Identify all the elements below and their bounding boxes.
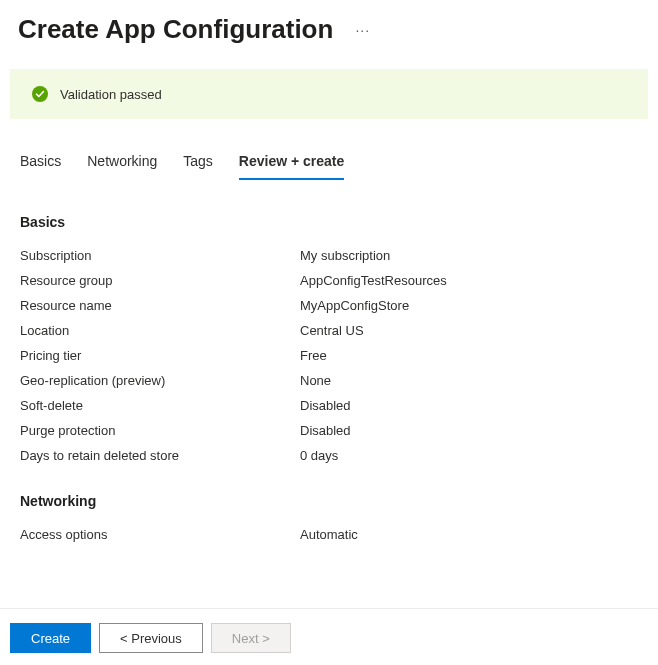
tab-networking[interactable]: Networking	[87, 147, 157, 180]
row-purge-protection: Purge protection Disabled	[20, 423, 638, 438]
value-soft-delete: Disabled	[300, 398, 351, 413]
label-days-retain: Days to retain deleted store	[20, 448, 300, 463]
value-resource-group: AppConfigTestResources	[300, 273, 447, 288]
previous-button[interactable]: < Previous	[99, 623, 203, 653]
label-soft-delete: Soft-delete	[20, 398, 300, 413]
label-geo-replication: Geo-replication (preview)	[20, 373, 300, 388]
value-subscription: My subscription	[300, 248, 390, 263]
row-soft-delete: Soft-delete Disabled	[20, 398, 638, 413]
more-icon[interactable]: ···	[355, 22, 370, 38]
footer-divider	[0, 608, 658, 609]
section-networking-title: Networking	[20, 493, 638, 509]
value-access-options: Automatic	[300, 527, 358, 542]
section-basics-title: Basics	[20, 214, 638, 230]
value-geo-replication: None	[300, 373, 331, 388]
next-button: Next >	[211, 623, 291, 653]
section-basics: Basics Subscription My subscription Reso…	[0, 214, 658, 463]
label-resource-group: Resource group	[20, 273, 300, 288]
row-resource-group: Resource group AppConfigTestResources	[20, 273, 638, 288]
row-days-retain: Days to retain deleted store 0 days	[20, 448, 638, 463]
label-location: Location	[20, 323, 300, 338]
value-resource-name: MyAppConfigStore	[300, 298, 409, 313]
row-access-options: Access options Automatic	[20, 527, 638, 542]
label-resource-name: Resource name	[20, 298, 300, 313]
tab-review-create[interactable]: Review + create	[239, 147, 344, 180]
value-pricing-tier: Free	[300, 348, 327, 363]
label-access-options: Access options	[20, 527, 300, 542]
check-circle-icon	[32, 86, 48, 102]
row-location: Location Central US	[20, 323, 638, 338]
value-purge-protection: Disabled	[300, 423, 351, 438]
tab-basics[interactable]: Basics	[20, 147, 61, 180]
validation-message: Validation passed	[60, 87, 162, 102]
row-pricing-tier: Pricing tier Free	[20, 348, 638, 363]
footer: Create < Previous Next >	[0, 611, 658, 665]
value-location: Central US	[300, 323, 364, 338]
row-subscription: Subscription My subscription	[20, 248, 638, 263]
label-pricing-tier: Pricing tier	[20, 348, 300, 363]
svg-point-0	[32, 86, 48, 102]
page-title: Create App Configuration	[18, 14, 333, 45]
create-button[interactable]: Create	[10, 623, 91, 653]
tabs: Basics Networking Tags Review + create	[0, 147, 658, 180]
validation-banner: Validation passed	[10, 69, 648, 119]
row-resource-name: Resource name MyAppConfigStore	[20, 298, 638, 313]
tab-tags[interactable]: Tags	[183, 147, 213, 180]
value-days-retain: 0 days	[300, 448, 338, 463]
section-networking: Networking Access options Automatic	[0, 493, 658, 542]
row-geo-replication: Geo-replication (preview) None	[20, 373, 638, 388]
label-subscription: Subscription	[20, 248, 300, 263]
label-purge-protection: Purge protection	[20, 423, 300, 438]
